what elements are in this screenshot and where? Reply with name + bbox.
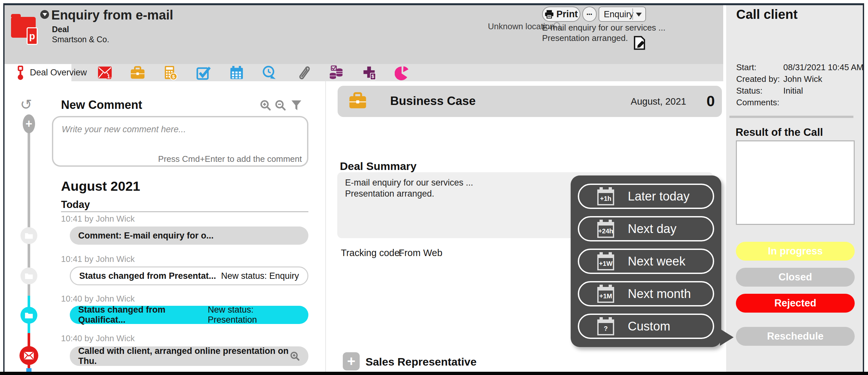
folder-icon bbox=[25, 232, 33, 239]
timeline-node-comment[interactable] bbox=[21, 227, 37, 244]
category-dropdown-value: Enquiry bbox=[604, 9, 633, 20]
briefcase-icon bbox=[349, 92, 367, 110]
app-logo-letter: p bbox=[27, 27, 38, 45]
menu-item-next-day[interactable]: +24h Next day bbox=[578, 216, 714, 241]
feed-item-time: 10:40 by John Wick bbox=[61, 294, 135, 304]
timeline-node-status1[interactable] bbox=[21, 267, 37, 284]
magnify-item-icon[interactable] bbox=[290, 351, 300, 362]
tab-health-cost-icon[interactable]: $ bbox=[362, 65, 377, 80]
svg-text:$: $ bbox=[372, 74, 374, 79]
feed-item-new-status: New status: Enquiry bbox=[221, 271, 299, 281]
field-label: Comments: bbox=[736, 97, 779, 108]
tab-calculator-icon[interactable]: $ bbox=[163, 65, 178, 80]
feed-item-status-change[interactable]: Status changed from Presentat... New sta… bbox=[70, 266, 308, 285]
timeline-add-node[interactable]: + bbox=[23, 114, 35, 133]
calendar-plus-icon: +1h bbox=[597, 187, 614, 205]
button-label: Rejected bbox=[774, 297, 816, 309]
menu-item-label: Next day bbox=[628, 222, 677, 236]
field-label: Created by: bbox=[736, 74, 780, 84]
tab-calendar-icon[interactable] bbox=[229, 65, 244, 80]
sales-rep-add-button[interactable]: + bbox=[343, 352, 360, 371]
tracking-code-label: Tracking code: bbox=[341, 248, 402, 258]
feed-item-comment[interactable]: Comment: E-mail enquiry for o... bbox=[70, 227, 308, 245]
result-of-call-input[interactable] bbox=[736, 140, 855, 225]
print-button[interactable]: Print bbox=[542, 6, 580, 22]
svg-text:1: 1 bbox=[107, 74, 110, 79]
more-actions-label: ••• bbox=[587, 12, 592, 17]
day-header: Today bbox=[61, 199, 90, 210]
feed-item-time: 10:40 by John Wick bbox=[61, 334, 135, 344]
tab-deal-overview[interactable]: Deal Overview bbox=[4, 64, 71, 81]
comment-hint: Press Cmd+Enter to add the comment bbox=[0, 154, 302, 164]
feed-item-text: Status changed from Qualificat... bbox=[78, 305, 208, 325]
feed-item-text: Status changed from Presentat... bbox=[79, 271, 216, 281]
timeline-line-end-cap bbox=[26, 368, 31, 372]
feed-item-text: Comment: E-mail enquiry for o... bbox=[78, 231, 214, 241]
menu-item-later-today[interactable]: +1h Later today bbox=[578, 183, 714, 209]
content-divider bbox=[325, 81, 326, 372]
calendar-plus-icon: +24h bbox=[597, 220, 614, 238]
filter-icon[interactable] bbox=[290, 99, 302, 111]
field-label: Status: bbox=[736, 86, 763, 96]
button-label: Closed bbox=[778, 271, 812, 283]
folder-icon bbox=[25, 312, 33, 319]
business-case-count: 0 bbox=[706, 92, 715, 110]
menu-item-custom[interactable]: ? Custom bbox=[578, 314, 714, 339]
menu-item-label: Custom bbox=[628, 319, 670, 334]
tab-coins-icon[interactable] bbox=[329, 65, 344, 80]
caret-down-icon bbox=[636, 13, 642, 17]
feed-item-time: 10:41 by John Wick bbox=[61, 214, 135, 224]
tab-pie-chart-icon[interactable] bbox=[395, 65, 410, 80]
field-label: Start: bbox=[736, 62, 756, 73]
closed-button[interactable]: Closed bbox=[736, 268, 855, 287]
button-label: In progress bbox=[768, 246, 823, 257]
business-case-period: August, 2021 bbox=[631, 96, 686, 107]
feed-item-call-note[interactable]: Called with client, arranged online pres… bbox=[70, 346, 308, 366]
timeline-undo-icon[interactable]: ↺ bbox=[20, 96, 32, 113]
app-logo: p bbox=[11, 17, 36, 38]
feed-item-status-change-highlighted[interactable]: Status changed from Qualificat... New st… bbox=[70, 306, 308, 324]
menu-item-next-week[interactable]: +1W Next week bbox=[578, 249, 714, 274]
feed-item-time: 10:41 by John Wick bbox=[61, 254, 135, 264]
menu-item-label: Next month bbox=[628, 287, 691, 301]
feed-item-new-status: New status: Presentation bbox=[208, 305, 300, 325]
call-panel-divider bbox=[730, 116, 854, 118]
tab-email-icon[interactable]: 1 bbox=[97, 65, 112, 80]
reschedule-button[interactable]: Reschedule bbox=[736, 327, 855, 346]
tab-activity-clock-icon[interactable] bbox=[262, 65, 277, 80]
zoom-out-icon[interactable] bbox=[275, 99, 286, 111]
tracking-code-value: From Web bbox=[399, 248, 442, 258]
edit-note-icon[interactable] bbox=[632, 36, 647, 50]
zoom-in-icon[interactable] bbox=[260, 99, 271, 111]
page-title: Enquiry from e-mail bbox=[51, 8, 173, 22]
tab-attachment-icon[interactable] bbox=[296, 65, 311, 80]
business-case-title: Business Case bbox=[390, 94, 475, 108]
tab-checkbox-icon[interactable] bbox=[196, 65, 211, 80]
menu-item-next-month[interactable]: +1M Next month bbox=[578, 281, 714, 307]
timeline-node-status2[interactable] bbox=[21, 307, 37, 324]
in-progress-button[interactable]: In progress bbox=[736, 242, 855, 261]
deal-summary-line1: E-mail enquiry for our services ... bbox=[345, 178, 473, 188]
menu-item-label: Later today bbox=[628, 190, 689, 203]
collapse-circle-icon[interactable] bbox=[40, 10, 49, 19]
field-value: Initial bbox=[783, 86, 803, 96]
timeline-node-email[interactable] bbox=[20, 346, 38, 365]
tab-briefcase-icon[interactable] bbox=[130, 65, 145, 80]
day-divider bbox=[61, 211, 308, 212]
category-dropdown[interactable]: Enquiry bbox=[598, 6, 646, 22]
field-value: John Wick bbox=[783, 74, 822, 84]
company-name: Smartson & Co. bbox=[52, 35, 109, 44]
more-actions-button[interactable]: ••• bbox=[582, 6, 597, 22]
tab-deal-overview-label: Deal Overview bbox=[30, 67, 87, 78]
calendar-question-icon: ? bbox=[597, 317, 614, 335]
rejected-button[interactable]: Rejected bbox=[736, 294, 855, 313]
svg-text:$: $ bbox=[172, 74, 175, 79]
header-summary-line1: E-mail enquiry for our services ... bbox=[542, 23, 665, 33]
dropdown-divider bbox=[632, 8, 633, 20]
business-case-header[interactable]: Business Case August, 2021 0 bbox=[338, 86, 722, 117]
result-of-call-title: Result of the Call bbox=[736, 126, 823, 138]
feed-item-text: Called with client, arranged online pres… bbox=[78, 346, 290, 366]
call-panel-title: Call client bbox=[736, 7, 798, 22]
printer-icon bbox=[545, 10, 554, 19]
record-type-label: Deal bbox=[52, 25, 69, 34]
